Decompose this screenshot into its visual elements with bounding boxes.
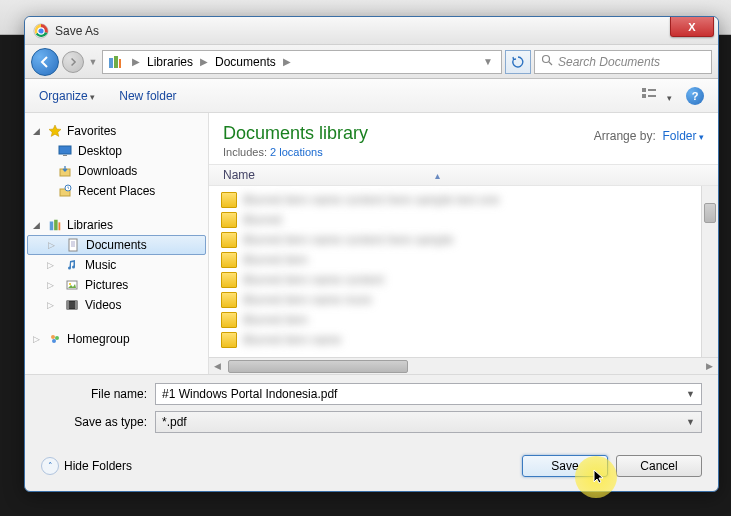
svg-rect-2 [109,58,113,68]
svg-point-1 [38,27,44,33]
videos-icon [64,297,80,313]
column-header-name[interactable]: Name ▴ [209,164,718,186]
sidebar-item-music[interactable]: ▷Music [25,255,208,275]
sidebar-item-downloads[interactable]: Downloads [25,161,208,181]
chevron-right-icon: ▷ [47,280,57,290]
titlebar: Save As X [25,17,718,45]
breadcrumb-libraries[interactable]: Libraries [145,55,195,69]
breadcrumb[interactable]: ▶ Libraries ▶ Documents ▶ ▼ [102,50,502,74]
breadcrumb-dropdown[interactable]: ▼ [479,56,497,67]
form-area: File name: #1 Windows Portal Indonesia.p… [25,374,718,443]
refresh-button[interactable] [505,50,531,74]
list-item[interactable]: Blurred item name content [217,270,710,290]
type-select[interactable]: *.pdf▼ [155,411,702,433]
chevron-down-icon: ◢ [33,220,43,230]
cancel-button[interactable]: Cancel [616,455,702,477]
svg-point-24 [69,283,71,285]
filename-label: File name: [41,387,155,401]
type-label: Save as type: [41,415,155,429]
folder-icon [221,332,237,348]
view-options-button[interactable] [642,87,672,104]
list-item[interactable]: Blurred item name [217,330,710,350]
chevron-down-icon: ◢ [33,126,43,136]
svg-rect-12 [63,155,67,156]
star-icon [47,123,63,139]
folder-icon [221,212,237,228]
svg-rect-8 [642,94,646,98]
hide-folders-button[interactable]: ˄ Hide Folders [41,457,132,475]
library-subtitle: Includes: 2 locations [223,146,368,158]
documents-icon [65,237,81,253]
libraries-icon [47,217,63,233]
button-area: ˄ Hide Folders Save Cancel [25,443,718,491]
desktop-icon [57,143,73,159]
back-button[interactable] [31,48,59,76]
search-input[interactable]: Search Documents [534,50,712,74]
downloads-icon [57,163,73,179]
svg-rect-27 [75,301,77,309]
svg-rect-19 [69,239,77,251]
horizontal-scrollbar[interactable]: ◀ ▶ [209,357,718,374]
svg-line-6 [549,62,552,65]
help-button[interactable]: ? [686,87,704,105]
breadcrumb-documents[interactable]: Documents [213,55,278,69]
chevron-right-icon: ▷ [47,300,57,310]
organize-menu[interactable]: Organize [39,89,95,103]
chevron-down-icon[interactable]: ▼ [686,417,695,427]
sidebar-item-pictures[interactable]: ▷Pictures [25,275,208,295]
folder-icon [221,292,237,308]
scroll-right-button[interactable]: ▶ [701,359,718,374]
folder-icon [221,232,237,248]
svg-rect-26 [67,301,69,309]
list-item[interactable]: Blurred item name content here sample [217,230,710,250]
sidebar-item-desktop[interactable]: Desktop [25,141,208,161]
chevron-right-icon: ▷ [48,240,58,250]
sidebar-libraries-header[interactable]: ◢ Libraries [25,215,208,235]
pictures-icon [64,277,80,293]
chevron-up-icon: ˄ [41,457,59,475]
search-icon [541,54,554,70]
list-item[interactable]: Blurred [217,210,710,230]
recent-icon [57,183,73,199]
dialog-title: Save As [55,24,99,38]
chevron-right-icon[interactable]: ▶ [127,56,145,67]
chevron-right-icon: ▷ [33,334,43,344]
library-title: Documents library [223,123,368,144]
save-button[interactable]: Save [522,455,608,477]
save-as-dialog: Save As X ▼ ▶ Libraries ▶ Documents ▶ ▼ [24,16,719,492]
search-placeholder: Search Documents [558,55,660,69]
sidebar-favorites-header[interactable]: ◢ Favorites [25,121,208,141]
toolbar: Organize New folder ? [25,79,718,113]
folder-icon [221,252,237,268]
list-item[interactable]: Blurred item name more [217,290,710,310]
new-folder-button[interactable]: New folder [119,89,176,103]
chrome-icon [33,23,49,39]
filename-input[interactable]: #1 Windows Portal Indonesia.pdf▼ [155,383,702,405]
folder-icon [221,312,237,328]
list-item[interactable]: Blurred item name content here sample te… [217,190,710,210]
svg-rect-10 [648,95,656,97]
list-item[interactable]: Blurred item [217,310,710,330]
arrange-by[interactable]: Arrange by: Folder [594,123,704,143]
folder-icon [221,192,237,208]
sidebar: ◢ Favorites Desktop Downloads Recent Pla… [25,113,209,374]
close-button[interactable]: X [670,17,714,37]
svg-rect-17 [54,220,58,231]
scroll-left-button[interactable]: ◀ [209,359,226,374]
svg-rect-16 [50,222,54,231]
file-list[interactable]: Blurred item name content here sample te… [209,186,718,357]
nav-history-dropdown[interactable]: ▼ [87,51,99,73]
forward-button[interactable] [62,51,84,73]
svg-rect-18 [59,222,61,230]
chevron-right-icon[interactable]: ▶ [195,56,213,67]
chevron-down-icon[interactable]: ▼ [686,389,695,399]
sidebar-item-videos[interactable]: ▷Videos [25,295,208,315]
sidebar-item-documents[interactable]: ▷Documents [27,235,206,255]
sidebar-homegroup-header[interactable]: ▷ Homegroup [25,329,208,349]
sidebar-item-recent[interactable]: Recent Places [25,181,208,201]
chevron-right-icon[interactable]: ▶ [278,56,296,67]
svg-rect-11 [59,146,71,154]
locations-link[interactable]: 2 locations [270,146,323,158]
vertical-scrollbar[interactable] [701,186,718,357]
list-item[interactable]: Blurred item [217,250,710,270]
